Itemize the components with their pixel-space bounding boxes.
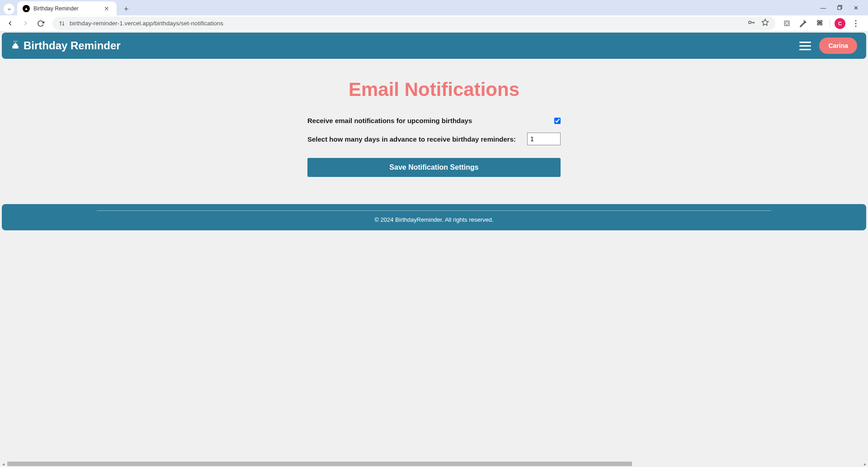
footer-divider [97, 210, 771, 211]
extensions-puzzle-icon[interactable] [813, 18, 825, 29]
app-footer: © 2024 BirthdayReminder. All rights rese… [2, 204, 866, 230]
forward-icon[interactable] [19, 17, 32, 30]
receive-emails-checkbox[interactable] [554, 118, 561, 124]
extension-icon-1[interactable] [781, 18, 793, 29]
svg-rect-0 [837, 6, 840, 9]
svg-point-5 [749, 21, 751, 24]
password-key-icon[interactable] [747, 19, 755, 28]
svg-point-1 [60, 21, 61, 22]
svg-point-2 [63, 24, 64, 25]
site-info-icon[interactable] [59, 20, 65, 27]
browser-tab[interactable]: ▲ Birthday Reminder ✕ [17, 1, 117, 16]
app-header: Birthday Reminder Carina [2, 33, 866, 59]
scroll-left-icon[interactable]: ◂ [0, 462, 6, 467]
browser-chrome: ▲ Birthday Reminder ✕ + — ✕ birthday-rem… [0, 0, 868, 31]
page-viewport: Birthday Reminder Carina Email Notificat… [0, 33, 868, 230]
receive-emails-label: Receive email notifications for upcoming… [307, 117, 472, 124]
days-advance-input[interactable] [527, 133, 561, 145]
profile-avatar[interactable]: C [835, 18, 845, 29]
cake-icon [11, 39, 20, 52]
svg-point-11 [855, 20, 856, 21]
svg-point-12 [855, 23, 856, 24]
horizontal-scrollbar[interactable]: ◂ ▸ [0, 461, 868, 467]
scroll-thumb[interactable] [7, 462, 632, 466]
close-tab-icon[interactable]: ✕ [102, 5, 111, 12]
footer-copyright: © 2024 BirthdayReminder. All rights rese… [2, 216, 866, 223]
svg-marker-9 [762, 19, 768, 25]
address-bar-row: birthday-reminder-1.vercel.app/birthdays… [0, 15, 868, 32]
tab-search-icon[interactable] [4, 4, 14, 14]
tab-favicon-icon: ▲ [23, 5, 30, 12]
bookmark-star-icon[interactable] [761, 19, 769, 28]
save-button[interactable]: Save Notification Settings [307, 158, 561, 177]
browser-menu-icon[interactable] [850, 18, 862, 29]
hamburger-menu-icon[interactable] [799, 42, 811, 50]
tab-title: Birthday Reminder [33, 5, 99, 12]
minimize-icon[interactable]: — [819, 5, 827, 11]
new-tab-button[interactable]: + [119, 5, 133, 14]
maximize-icon[interactable] [835, 5, 844, 11]
toolbar-icons: C [781, 18, 864, 29]
days-advance-label: Select how many days in advance to recei… [307, 135, 516, 143]
toolbar-divider [830, 19, 830, 28]
app-logo[interactable]: Birthday Reminder [11, 39, 121, 52]
url-text: birthday-reminder-1.vercel.app/birthdays… [70, 20, 223, 27]
user-pill[interactable]: Carina [819, 38, 857, 54]
tab-bar: ▲ Birthday Reminder ✕ + — ✕ [0, 0, 868, 15]
main-content: Email Notifications Receive email notifi… [0, 61, 868, 191]
header-right: Carina [799, 38, 857, 54]
scroll-right-icon[interactable]: ▸ [862, 462, 868, 467]
app-name: Birthday Reminder [24, 39, 121, 52]
back-icon[interactable] [4, 17, 16, 30]
reload-icon[interactable] [34, 17, 47, 30]
days-advance-row: Select how many days in advance to recei… [307, 133, 561, 145]
notification-form: Receive email notifications for upcoming… [307, 117, 561, 177]
page-title: Email Notifications [0, 79, 868, 100]
receive-emails-row: Receive email notifications for upcoming… [307, 117, 561, 124]
svg-point-13 [855, 25, 856, 27]
extension-icon-2[interactable] [797, 18, 809, 29]
close-window-icon[interactable]: ✕ [852, 5, 860, 11]
address-bar[interactable]: birthday-reminder-1.vercel.app/birthdays… [52, 17, 775, 30]
window-controls: — ✕ [819, 0, 868, 15]
